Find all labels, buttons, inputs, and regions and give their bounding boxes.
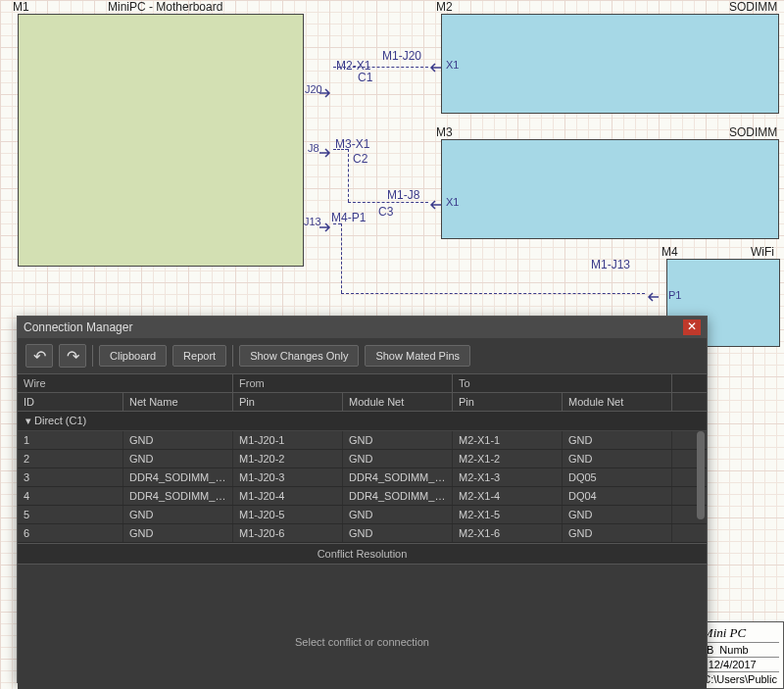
col-netname[interactable]: Net Name bbox=[123, 393, 233, 411]
cell-pin2: M2-X1-4 bbox=[453, 487, 563, 505]
report-button[interactable]: Report bbox=[172, 345, 226, 367]
cell-mn2: DQ04 bbox=[563, 487, 672, 505]
pin-label-j8: J8 bbox=[308, 142, 319, 154]
cell-pin: M1-J20-1 bbox=[233, 431, 343, 449]
wire-c3 bbox=[348, 202, 428, 203]
cell-pin: M1-J20-4 bbox=[233, 487, 343, 505]
redo-icon: ↷ bbox=[67, 347, 79, 366]
conflict-msg: Select conflict or connection bbox=[295, 636, 429, 648]
cell-mn2: DQ05 bbox=[563, 468, 672, 486]
module-block-m1[interactable] bbox=[18, 14, 304, 267]
show-mated-button[interactable]: Show Mated Pins bbox=[365, 345, 470, 367]
cell-mn: GND bbox=[343, 450, 453, 468]
window-titlebar[interactable]: Connection Manager ✕ bbox=[18, 317, 707, 338]
cell-pin: M1-J20-5 bbox=[233, 506, 343, 523]
cell-nn: DDR4_SODIMM_DQ5/D... bbox=[123, 468, 233, 486]
cell-nn: GND bbox=[123, 450, 233, 468]
cell-pin2: M2-X1-3 bbox=[453, 468, 563, 486]
group-from: From bbox=[233, 374, 453, 392]
scrollbar-thumb[interactable] bbox=[697, 431, 705, 519]
cell-nn: GND bbox=[123, 506, 233, 523]
module-id-m1: M1 bbox=[13, 0, 29, 14]
col-pin-from[interactable]: Pin bbox=[233, 393, 343, 411]
group-row-label: Direct (C1) bbox=[34, 415, 86, 426]
toolbar: ↶ ↷ Clipboard Report Show Changes Only S… bbox=[18, 338, 707, 373]
col-modnet-from[interactable]: Module Net bbox=[343, 393, 453, 411]
module-name-m3: SODIMM bbox=[729, 125, 777, 139]
cell-pin2: M2-X1-1 bbox=[453, 431, 563, 449]
pin-label-m2-x1: X1 bbox=[446, 59, 459, 71]
undo-icon: ↶ bbox=[33, 347, 46, 366]
cell-pin: M1-J20-6 bbox=[233, 524, 343, 542]
module-block-m2[interactable] bbox=[441, 14, 779, 114]
cell-pin: M1-J20-2 bbox=[233, 450, 343, 468]
close-icon: ✕ bbox=[687, 320, 697, 333]
arrow-in-icon bbox=[427, 59, 441, 69]
group-wire: Wire bbox=[18, 374, 233, 392]
cell-id: 3 bbox=[18, 468, 123, 486]
column-group-header: Wire From To bbox=[18, 373, 707, 392]
table-row[interactable]: 2GNDM1-J20-2GNDM2-X1-2GND bbox=[18, 450, 707, 468]
show-changes-button[interactable]: Show Changes Only bbox=[239, 345, 359, 367]
col-id[interactable]: ID bbox=[18, 393, 123, 411]
col-modnet-to[interactable]: Module Net bbox=[563, 393, 672, 411]
conn-label-c1: C1 bbox=[358, 71, 372, 84]
table-row[interactable]: 5GNDM1-J20-5GNDM2-X1-5GND bbox=[18, 506, 707, 524]
clipboard-button[interactable]: Clipboard bbox=[99, 345, 167, 367]
table-row[interactable]: 1GNDM1-J20-1GNDM2-X1-1GND bbox=[18, 431, 707, 450]
module-name-m1: MiniPC - Motherboard bbox=[108, 0, 222, 14]
cell-mn2: GND bbox=[563, 524, 672, 542]
cell-id: 2 bbox=[18, 450, 123, 468]
arrow-out-icon bbox=[319, 144, 333, 154]
window-close-button[interactable]: ✕ bbox=[683, 320, 701, 335]
connection-manager-window: Connection Manager ✕ ↶ ↷ Clipboard Repor… bbox=[17, 316, 708, 683]
redo-button[interactable]: ↷ bbox=[59, 344, 86, 368]
group-row[interactable]: ▾ Direct (C1) bbox=[18, 412, 707, 431]
conn-label-m1j8: M1-J8 bbox=[387, 188, 419, 202]
arrow-out-icon bbox=[319, 84, 333, 94]
conn-label-c2: C2 bbox=[353, 152, 368, 166]
separator bbox=[92, 345, 93, 367]
pin-label-m3-x1: X1 bbox=[446, 196, 459, 208]
cell-pin2: M2-X1-2 bbox=[453, 450, 563, 468]
pin-label-p1: P1 bbox=[668, 289, 681, 301]
module-id-m3: M3 bbox=[436, 125, 453, 139]
wire-p1-a bbox=[333, 223, 341, 224]
cell-mn2: GND bbox=[563, 431, 672, 449]
table-row[interactable]: 4DDR4_SODIMM_DQ4/D...M1-J20-4DDR4_SODIMM… bbox=[18, 487, 707, 506]
module-name-m4: WiFi bbox=[751, 245, 774, 259]
cell-pin: M1-J20-3 bbox=[233, 468, 343, 486]
module-id-m4: M4 bbox=[662, 245, 678, 259]
table-header: ID Net Name Pin Module Net Pin Module Ne… bbox=[18, 392, 707, 412]
cell-id: 6 bbox=[18, 524, 123, 542]
arrow-in-icon bbox=[645, 288, 659, 298]
wire-p1-c bbox=[341, 293, 645, 294]
table-row[interactable]: 3DDR4_SODIMM_DQ5/D...M1-J20-3DDR4_SODIMM… bbox=[18, 468, 707, 487]
table-body: 1GNDM1-J20-1GNDM2-X1-1GND2GNDM1-J20-2GND… bbox=[18, 431, 707, 543]
module-name-m2: SODIMM bbox=[729, 0, 777, 14]
cell-nn: GND bbox=[123, 524, 233, 542]
conn-label-m4p1: M4-P1 bbox=[331, 211, 366, 224]
window-title: Connection Manager bbox=[24, 320, 132, 334]
wire-c1 bbox=[333, 67, 428, 68]
titleblock-title: Mini PC bbox=[703, 625, 746, 640]
wire-c2-v bbox=[348, 149, 349, 202]
cell-mn: DDR4_SODIMM_DQ5 bbox=[343, 468, 453, 486]
cell-id: 4 bbox=[18, 487, 123, 505]
table-row[interactable]: 6GNDM1-J20-6GNDM2-X1-6GND bbox=[18, 524, 707, 543]
conflict-resolution-header: Conflict Resolution bbox=[18, 543, 707, 565]
col-pin-to[interactable]: Pin bbox=[453, 393, 563, 411]
cell-mn: GND bbox=[343, 431, 453, 449]
cell-mn: GND bbox=[343, 506, 453, 523]
module-id-m2: M2 bbox=[436, 0, 453, 14]
cell-id: 1 bbox=[18, 431, 123, 449]
undo-button[interactable]: ↶ bbox=[25, 344, 53, 368]
module-block-m3[interactable] bbox=[441, 139, 779, 239]
wire-p1-b bbox=[341, 223, 342, 293]
cell-mn2: GND bbox=[563, 450, 672, 468]
group-to: To bbox=[453, 374, 672, 392]
cell-pin2: M2-X1-5 bbox=[453, 506, 563, 523]
conn-label-c3: C3 bbox=[378, 205, 393, 219]
arrow-in-icon bbox=[427, 196, 441, 206]
cell-nn: GND bbox=[123, 431, 233, 449]
